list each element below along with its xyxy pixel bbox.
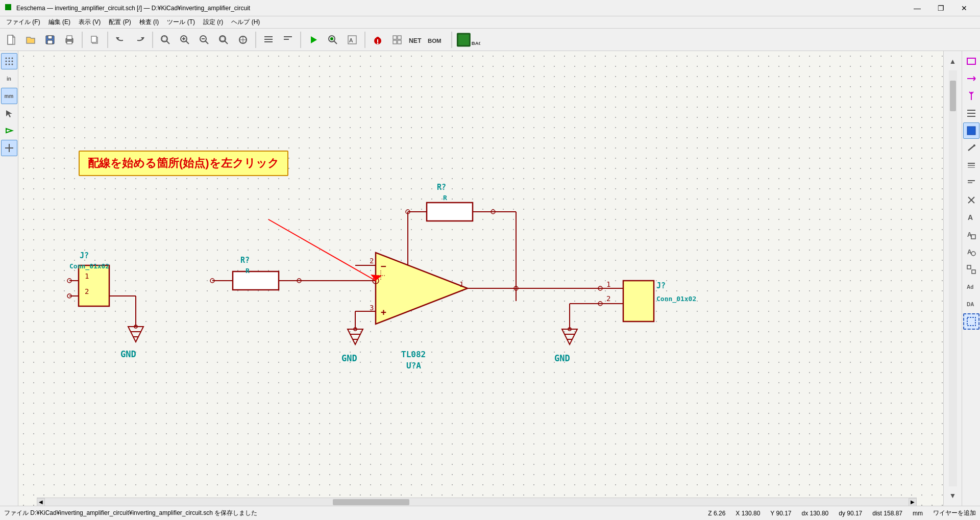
svg-rect-8 <box>67 41 72 44</box>
bom-button[interactable]: BOM <box>427 31 448 49</box>
svg-rect-42 <box>393 36 397 39</box>
run-button[interactable] <box>304 31 323 49</box>
save-button[interactable] <box>41 31 59 49</box>
rt-tool-da2[interactable]: DA <box>963 296 979 312</box>
rt-tool-1[interactable] <box>963 53 979 69</box>
svg-line-12 <box>166 41 169 44</box>
zoom-center-button[interactable] <box>234 31 252 49</box>
close-button[interactable]: ✕ <box>952 0 976 16</box>
rt-tool-8[interactable] <box>963 175 979 191</box>
annotation-text: 配線を始める箇所(始点)を左クリック <box>88 157 279 169</box>
rt-tool-grid2[interactable] <box>963 261 979 278</box>
rt-tool-a2[interactable]: A <box>963 227 979 243</box>
svg-text:Conn_01x02: Conn_01x02 <box>69 262 109 270</box>
status-zoom: Z 6.26 <box>708 510 725 517</box>
svg-line-153 <box>968 145 974 151</box>
toolbar-sep-7 <box>451 32 452 48</box>
undo-button[interactable] <box>111 31 130 49</box>
inches-button[interactable]: in <box>1 70 17 87</box>
add-component-button[interactable] <box>1 140 17 156</box>
rt-tool-7[interactable] <box>963 157 979 174</box>
svg-point-55 <box>8 61 10 62</box>
svg-rect-13 <box>162 37 166 41</box>
mm-button[interactable]: mm <box>1 88 17 104</box>
scrollbar-thumb-h[interactable] <box>333 499 409 505</box>
rt-tool-3[interactable] <box>963 88 979 104</box>
menu-help[interactable]: ヘルプ (H) <box>227 17 264 28</box>
svg-text:1: 1 <box>459 280 463 288</box>
schematic-canvas-area[interactable]: 1 2 J? Conn_01x02 GND <box>18 51 943 506</box>
add-wire-button[interactable] <box>1 122 17 139</box>
cursor-button[interactable] <box>1 105 17 121</box>
zoom-box-button[interactable] <box>156 31 175 49</box>
svg-rect-7 <box>67 36 72 39</box>
zoom-out-button[interactable] <box>195 31 213 49</box>
svg-rect-0 <box>5 4 11 10</box>
svg-text:J?: J? <box>80 251 89 260</box>
print-button[interactable] <box>60 31 79 49</box>
scroll-up-button[interactable]: ▲ <box>945 53 961 69</box>
scroll-left-button[interactable]: ◀ <box>37 498 45 506</box>
rt-tool-x[interactable] <box>963 192 979 208</box>
pcbnew-button[interactable]: BACK <box>455 31 481 49</box>
right-panel-toolbar: A A A Ad DA <box>962 51 980 506</box>
scroll-right-button[interactable]: ▶ <box>909 498 917 506</box>
copy-button[interactable] <box>86 31 104 49</box>
svg-rect-43 <box>398 36 401 39</box>
svg-rect-83 <box>233 271 279 290</box>
rt-tool-a3[interactable]: A <box>963 244 979 260</box>
svg-rect-10 <box>91 36 96 42</box>
rt-tool-panel[interactable] <box>963 313 979 330</box>
svg-text:3: 3 <box>370 304 374 312</box>
menu-bar: ファイル (F) 編集 (E) 表示 (V) 配置 (P) 検査 (I) ツール… <box>0 16 980 29</box>
svg-text:+: + <box>381 307 386 317</box>
zoom-fit-button[interactable] <box>214 31 233 49</box>
svg-point-35 <box>330 37 333 40</box>
horizontal-scrollbar[interactable]: ◀ ▶ <box>37 498 917 506</box>
svg-point-56 <box>11 61 13 62</box>
svg-text:A: A <box>968 213 973 221</box>
menu-settings[interactable]: 設定 (r) <box>199 17 227 28</box>
svg-point-53 <box>11 58 13 59</box>
menu-edit[interactable]: 編集 (E) <box>44 17 75 28</box>
rt-tool-a1[interactable]: A <box>963 209 979 226</box>
schematic-canvas[interactable]: 1 2 J? Conn_01x02 GND <box>18 51 943 506</box>
status-dy: dy 90.17 <box>839 510 862 517</box>
annotate-button[interactable]: A <box>343 31 361 49</box>
maximize-button[interactable]: ❐ <box>929 0 952 16</box>
grid-button[interactable] <box>1 53 17 69</box>
rt-tool-da[interactable]: Ad <box>963 279 979 295</box>
menu-tools[interactable]: ツール (T) <box>163 17 199 28</box>
erc-button[interactable] <box>369 31 387 49</box>
svg-point-51 <box>5 58 7 59</box>
scroll-down-button[interactable]: ▼ <box>945 487 961 504</box>
rt-tool-4[interactable] <box>963 105 979 121</box>
menu-inspect[interactable]: 検査 (I) <box>135 17 163 28</box>
crosshair-button[interactable] <box>279 31 297 49</box>
find-button[interactable] <box>324 31 342 49</box>
rt-tool-5[interactable] <box>963 122 979 139</box>
inches-label: in <box>7 76 11 82</box>
open-button[interactable] <box>21 31 40 49</box>
netlist-button[interactable] <box>259 31 278 49</box>
rt-tool-6[interactable] <box>963 140 979 156</box>
footprint-button[interactable] <box>388 31 406 49</box>
menu-view[interactable]: 表示 (V) <box>75 17 105 28</box>
menu-file[interactable]: ファイル (F) <box>2 17 44 28</box>
status-y: Y 90.17 <box>770 510 791 517</box>
svg-text:J?: J? <box>656 281 666 290</box>
menu-place[interactable]: 配置 (P) <box>105 17 135 28</box>
net-button[interactable]: NET <box>407 31 426 49</box>
rt-tool-2[interactable] <box>963 70 979 87</box>
zoom-in-button[interactable] <box>176 31 194 49</box>
new-button[interactable] <box>2 31 20 49</box>
status-bar: ファイル D:¥KiCad¥inverting_amplifier_circui… <box>0 506 980 520</box>
main-toolbar: A NET BOM BACK <box>0 29 980 51</box>
redo-button[interactable] <box>131 31 149 49</box>
scrollbar-thumb-v[interactable] <box>950 81 956 111</box>
svg-text:R?: R? <box>240 256 250 265</box>
minimize-button[interactable]: — <box>905 0 929 16</box>
svg-line-34 <box>334 41 337 44</box>
svg-text:BACK: BACK <box>472 40 480 45</box>
svg-rect-30 <box>284 36 292 37</box>
